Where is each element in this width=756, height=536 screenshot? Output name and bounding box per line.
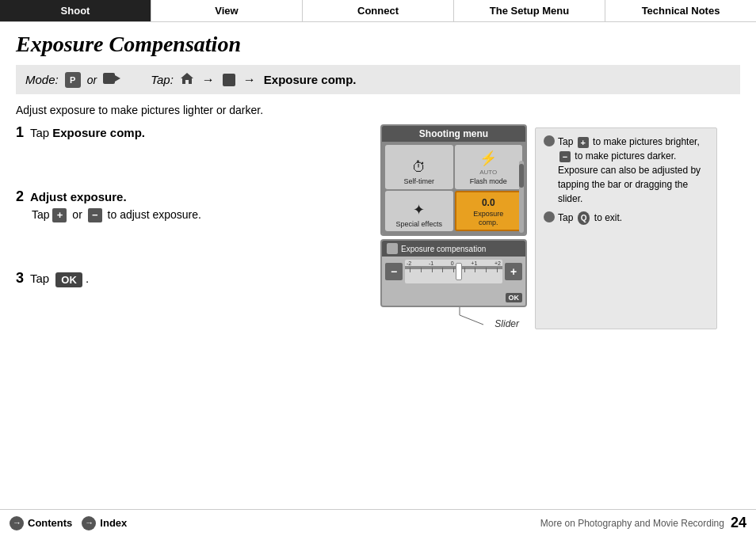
mode-or-text: or	[87, 74, 97, 86]
svg-marker-1	[115, 75, 120, 82]
step-1-number: 1	[16, 124, 24, 140]
steps-area: 1 Tap Exposure comp. 2 Adjust exposure. …	[16, 124, 740, 329]
tab-technical-notes-label: Technical Notes	[642, 5, 720, 17]
exp-scale[interactable]: -2-10+1+2	[405, 260, 502, 283]
exposure-comp-title: Exposure compensation	[401, 245, 486, 253]
self-timer-label: Self-timer	[403, 177, 434, 186]
menu-item-flash: ⚡ AUTO Flash mode	[455, 145, 523, 189]
step-3-period: .	[86, 272, 89, 285]
note-plus-icon: +	[578, 137, 589, 148]
step-2-sub: Tap + or − to adjust exposure.	[32, 208, 372, 222]
step-3-number: 3	[16, 270, 24, 286]
bottom-right: More on Photography and Movie Recording …	[540, 515, 746, 531]
note-1-text: Tap + to make pictures brighter, − to ma…	[558, 135, 708, 206]
special-effects-label: Special effects	[396, 220, 442, 229]
tab-view[interactable]: View	[151, 0, 303, 21]
step-1: 1 Tap Exposure comp.	[16, 124, 372, 141]
note-1c: to make pictures darker. Exposure can al…	[558, 150, 701, 204]
flash-icon: ⚡	[479, 150, 497, 167]
tab-view-label: View	[215, 5, 238, 17]
slider-label: Slider	[494, 318, 519, 329]
step-1-text: Tap Exposure comp.	[30, 126, 145, 139]
tab-shoot-label: Shoot	[61, 5, 90, 17]
images-column: Shooting menu ⏱ Self-timer ⚡	[380, 124, 527, 329]
footer-text: More on Photography and Movie Recording	[540, 518, 724, 529]
exp-ok-button[interactable]: OK	[506, 293, 523, 302]
svg-line-4	[460, 315, 483, 325]
tab-technical-notes[interactable]: Technical Notes	[605, 0, 756, 21]
menu-item-self-timer: ⏱ Self-timer	[385, 145, 453, 189]
svg-marker-2	[181, 73, 193, 84]
index-nav-item[interactable]: → Index	[82, 516, 127, 530]
note-q-icon: Q	[578, 211, 590, 225]
note-2-icon	[544, 211, 555, 222]
home-icon	[180, 71, 194, 88]
svg-rect-0	[103, 73, 115, 84]
exp-comp-footer: OK	[382, 287, 525, 306]
step-1-bold: Exposure comp.	[52, 126, 145, 139]
exposure-comp-body: − -2-10+1+2	[382, 257, 525, 287]
step-2-text: Adjust exposure.	[30, 190, 127, 203]
step-2-sub-tap: Tap	[32, 208, 50, 221]
minus-button-icon: −	[88, 208, 102, 222]
tab-shoot[interactable]: Shoot	[0, 0, 151, 21]
flash-label: Flash mode	[470, 177, 507, 186]
main-content: Exposure Compensation Mode: P or Tap: → …	[0, 22, 756, 337]
mode-movie-icon	[103, 71, 120, 88]
index-nav-icon: →	[82, 516, 96, 530]
tap-arrow-1: →	[202, 73, 215, 87]
step-3: 3 Tap OK .	[16, 270, 372, 287]
steps-right: Shooting menu ⏱ Self-timer ⚡	[380, 124, 740, 329]
tab-connect-label: Connect	[357, 5, 399, 17]
note-2-text: Tap Q to exit.	[558, 211, 622, 225]
contents-nav-item[interactable]: → Contents	[10, 516, 72, 530]
menu-sq-icon	[223, 74, 235, 86]
page-number: 24	[731, 515, 746, 531]
tap-arrow-2: →	[243, 73, 256, 87]
special-effects-icon: ✦	[413, 201, 425, 219]
note-item-1: Tap + to make pictures brighter, − to ma…	[544, 135, 708, 206]
page-title: Exposure Compensation	[16, 32, 740, 57]
ok-button-icon: OK	[55, 272, 82, 287]
shooting-menu: Shooting menu ⏱ Self-timer ⚡	[380, 124, 527, 236]
step-3-text: Tap OK .	[30, 272, 89, 285]
note-2-tap: Tap	[558, 212, 573, 223]
top-navigation: Shoot View Connect The Setup Menu Techni…	[0, 0, 756, 22]
scrollbar-thumb	[519, 164, 524, 188]
exp-plus-btn[interactable]: +	[505, 263, 522, 280]
step-2-bold: Adjust exposure.	[30, 190, 127, 203]
exposure-comp-header: Exposure compensation	[382, 241, 525, 257]
plus-button-icon: +	[52, 208, 67, 222]
slider-label-container: Slider	[380, 307, 527, 329]
tab-setup-menu[interactable]: The Setup Menu	[454, 0, 605, 21]
note-minus-icon: −	[559, 151, 571, 162]
note-1-icon	[544, 135, 555, 146]
step-2-number: 2	[16, 188, 24, 204]
exposure-comp-label: Exposurecomp.	[473, 210, 503, 227]
bottom-nav: → Contents → Index	[10, 516, 540, 530]
step-2-sub2: to adjust exposure.	[108, 208, 201, 221]
shooting-menu-grid: ⏱ Self-timer ⚡ AUTO Flash mode	[382, 142, 525, 234]
scrollbar[interactable]	[519, 161, 524, 233]
mode-p-icon: P	[65, 72, 81, 88]
exposure-value: 0.0	[482, 197, 495, 208]
menu-item-special-effects: ✦ Special effects	[385, 191, 453, 232]
exp-minus-btn[interactable]: −	[385, 263, 403, 280]
contents-label: Contents	[28, 517, 72, 529]
step-2: 2 Adjust exposure. Tap + or − to adjust …	[16, 188, 372, 222]
note-2b: to exit.	[594, 212, 622, 223]
note-box: Tap + to make pictures brighter, − to ma…	[535, 127, 717, 329]
shooting-menu-header: Shooting menu	[382, 126, 525, 142]
comp-header-icon	[387, 243, 398, 254]
mode-bar: Mode: P or Tap: → → Exposure comp.	[16, 65, 740, 94]
exp-slider-handle[interactable]	[456, 263, 462, 280]
tab-connect[interactable]: Connect	[303, 0, 454, 21]
note-1b: to make pictures brighter,	[593, 136, 700, 147]
note-item-2: Tap Q to exit.	[544, 211, 708, 225]
exp-scale-ticks	[405, 268, 502, 272]
bottom-bar: → Contents → Index More on Photography a…	[0, 509, 756, 536]
steps-left: 1 Tap Exposure comp. 2 Adjust exposure. …	[16, 124, 380, 329]
step-1-tap: Tap	[30, 126, 49, 139]
menu-item-exposure-comp: 0.0 Exposurecomp.	[455, 191, 523, 232]
images-and-note: Shooting menu ⏱ Self-timer ⚡	[380, 124, 740, 329]
